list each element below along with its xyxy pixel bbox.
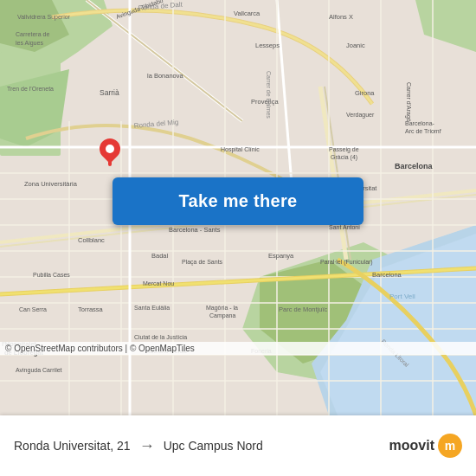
copyright-bar: © OpenStreetMap contributors | © OpenMap… — [0, 342, 476, 355]
arrow-icon: → — [139, 437, 155, 455]
svg-text:Vallcarca: Vallcarca — [234, 10, 261, 17]
svg-text:Port Vell: Port Vell — [389, 293, 415, 300]
svg-text:Arc de Triomf: Arc de Triomf — [405, 128, 441, 134]
map-view[interactable]: Vallvidrera Superior Carretera de les Ai… — [0, 0, 476, 415]
svg-text:Ciutat de la Justícia: Ciutat de la Justícia — [134, 334, 187, 340]
bottom-bar: Ronda Universitat, 21 → Upc Campus Nord … — [0, 415, 476, 476]
svg-text:Can Serra: Can Serra — [19, 306, 47, 312]
svg-text:Provença: Provença — [251, 98, 280, 106]
svg-text:Barcelona - Sants: Barcelona - Sants — [169, 226, 221, 234]
moovit-logo: moovit m — [389, 434, 462, 458]
svg-text:Verdaguer: Verdaguer — [346, 112, 375, 119]
svg-text:Gràcia (4): Gràcia (4) — [331, 154, 357, 161]
svg-text:Barcelona: Barcelona — [372, 271, 402, 279]
svg-text:Hospital Clínic: Hospital Clínic — [221, 146, 260, 153]
svg-text:Passeig de: Passeig de — [329, 146, 359, 153]
from-label: Ronda Universitat, 21 — [14, 439, 131, 453]
svg-text:Pubilla Cases: Pubilla Cases — [33, 272, 70, 278]
svg-text:Joanic: Joanic — [346, 42, 365, 49]
svg-text:Carrer d'Aragó: Carrer d'Aragó — [405, 82, 412, 122]
svg-text:Paral·lel (Funicular): Paral·lel (Funicular) — [320, 259, 373, 266]
svg-text:Espanya: Espanya — [268, 252, 294, 260]
svg-text:Plaça de Sants: Plaça de Sants — [182, 259, 223, 266]
moovit-icon-letter: m — [445, 439, 455, 453]
svg-text:Sarrià: Sarrià — [100, 88, 119, 97]
svg-text:Santa Eulàlia: Santa Eulàlia — [134, 305, 170, 311]
svg-text:Parc de Montjuïc: Parc de Montjuïc — [279, 306, 328, 313]
svg-text:Vallvidrera Superior: Vallvidrera Superior — [17, 14, 71, 21]
svg-text:Carretera de: Carretera de — [16, 31, 49, 37]
svg-text:Magòria - la: Magòria - la — [206, 305, 238, 312]
moovit-icon: m — [438, 434, 462, 458]
svg-text:la Bonanova: la Bonanova — [147, 72, 184, 80]
svg-text:Campana: Campana — [209, 312, 235, 319]
svg-text:Girona: Girona — [355, 89, 375, 97]
svg-text:les Aigues: les Aigues — [16, 40, 43, 47]
svg-text:Lesseps: Lesseps — [255, 42, 280, 49]
svg-text:Barcelona-: Barcelona- — [405, 120, 435, 126]
to-label: Upc Campus Nord — [164, 439, 263, 453]
button-label: Take me there — [179, 191, 298, 211]
svg-text:Barcelona: Barcelona — [395, 162, 434, 170]
svg-text:Alfons X: Alfons X — [329, 13, 353, 21]
svg-text:Tren de l'Oreneta: Tren de l'Oreneta — [7, 86, 54, 92]
svg-text:Zona Universitària: Zona Universitària — [24, 180, 78, 188]
moovit-text: moovit — [389, 438, 434, 453]
svg-text:Badal: Badal — [151, 252, 169, 260]
svg-text:Avinguda Carrilet: Avinguda Carrilet — [16, 367, 62, 374]
svg-text:Mercat Nou: Mercat Nou — [143, 280, 174, 286]
svg-text:Carrer de Balmes: Carrer de Balmes — [266, 71, 272, 119]
take-me-there-button[interactable]: Take me there — [113, 177, 363, 225]
route-info: Ronda Universitat, 21 → Upc Campus Nord — [14, 437, 389, 455]
svg-text:Sant Antoni: Sant Antoni — [329, 224, 360, 230]
svg-text:Collblanc: Collblanc — [78, 236, 105, 244]
copyright-text: © OpenStreetMap contributors | © OpenMap… — [5, 344, 195, 353]
svg-text:Torrassa: Torrassa — [78, 306, 104, 313]
location-pin — [100, 138, 120, 166]
